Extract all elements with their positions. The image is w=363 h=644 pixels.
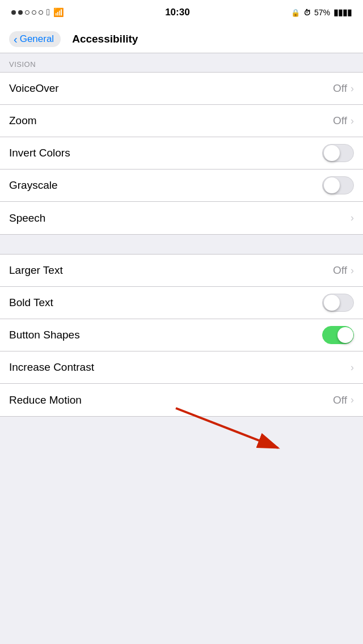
voiceover-value: Off (333, 82, 347, 95)
dot5 (39, 10, 43, 15)
speech-row[interactable]: Speech › (0, 202, 363, 234)
zoom-label: Zoom (9, 115, 37, 127)
reduce-motion-right: Off › (333, 394, 354, 406)
bold-text-toggle-thumb (324, 295, 340, 311)
page-title: Accessibility (72, 33, 138, 45)
back-label: General (20, 33, 54, 45)
dot1 (11, 10, 16, 15)
dot3 (25, 10, 29, 15)
invert-colors-label: Invert Colors (9, 147, 70, 159)
button-shapes-label: Button Shapes (9, 329, 80, 341)
increase-contrast-chevron-icon: › (351, 362, 354, 374)
section-header-vision: VISION (0, 53, 363, 72)
battery-icon: ▮▮▮▮ (334, 7, 352, 18)
button-shapes-toggle-thumb (337, 327, 353, 343)
dot4 (32, 10, 36, 15)
status-time: 10:30 (165, 7, 189, 18)
bold-text-right (322, 294, 354, 312)
speech-right: › (351, 212, 354, 224)
vision-group: VoiceOver Off › Zoom Off › Invert Colors (0, 72, 363, 235)
reduce-motion-chevron-icon: › (351, 394, 354, 406)
voiceover-right: Off › (333, 82, 354, 95)
battery-percentage: 57% (314, 8, 330, 17)
larger-text-label: Larger Text (9, 264, 63, 277)
voiceover-label: VoiceOver (9, 82, 59, 95)
zoom-row[interactable]: Zoom Off › (0, 105, 363, 137)
wifi-icon: 📶 (53, 7, 64, 18)
speech-label: Speech (9, 212, 45, 224)
lock-icon: 🔒 (291, 9, 300, 17)
larger-text-row[interactable]: Larger Text Off › (0, 255, 363, 287)
invert-colors-toggle[interactable] (322, 144, 354, 162)
speech-chevron-icon: › (351, 212, 354, 224)
nav-header: ‹ General Accessibility (0, 25, 363, 53)
grayscale-label: Grayscale (9, 179, 58, 192)
increase-contrast-row[interactable]: Increase Contrast › (0, 351, 363, 384)
back-chevron-icon: ‹ (14, 33, 18, 45)
zoom-right: Off › (333, 115, 354, 127)
reduce-motion-value: Off (333, 394, 347, 406)
zoom-value: Off (333, 115, 347, 127)
larger-text-chevron-icon: › (351, 265, 354, 277)
larger-text-right: Off › (333, 264, 354, 277)
signal-dots (11, 10, 43, 15)
invert-colors-right (322, 144, 354, 162)
reduce-motion-label: Reduce Motion (9, 394, 82, 406)
button-shapes-row[interactable]: Button Shapes (0, 319, 363, 351)
status-bar:  📶 10:30 🔒 ⏱ 57% ▮▮▮▮ (0, 0, 363, 25)
larger-text-value: Off (333, 264, 347, 277)
grayscale-toggle-thumb (324, 177, 340, 193)
button-shapes-right (322, 326, 354, 344)
increase-contrast-right: › (351, 362, 354, 374)
dot2 (18, 10, 23, 15)
status-left:  📶 (11, 7, 64, 18)
apple-logo-icon:  (47, 7, 50, 18)
invert-colors-toggle-thumb (324, 145, 340, 161)
zoom-chevron-icon: › (351, 115, 354, 127)
grayscale-row[interactable]: Grayscale (0, 170, 363, 202)
increase-contrast-label: Increase Contrast (9, 361, 94, 374)
alarm-icon: ⏱ (303, 9, 311, 17)
interaction-group: Larger Text Off › Bold Text Button Shape… (0, 254, 363, 417)
section-gap (0, 235, 363, 254)
bold-text-row[interactable]: Bold Text (0, 287, 363, 319)
grayscale-toggle[interactable] (322, 176, 354, 194)
bold-text-label: Bold Text (9, 296, 53, 309)
status-right: 🔒 ⏱ 57% ▮▮▮▮ (291, 7, 352, 18)
voiceover-chevron-icon: › (351, 83, 354, 95)
bold-text-toggle[interactable] (322, 294, 354, 312)
back-button[interactable]: ‹ General (9, 31, 61, 47)
grayscale-right (322, 176, 354, 194)
invert-colors-row[interactable]: Invert Colors (0, 137, 363, 170)
reduce-motion-row[interactable]: Reduce Motion Off › (0, 384, 363, 416)
voiceover-row[interactable]: VoiceOver Off › (0, 73, 363, 105)
button-shapes-toggle[interactable] (322, 326, 354, 344)
